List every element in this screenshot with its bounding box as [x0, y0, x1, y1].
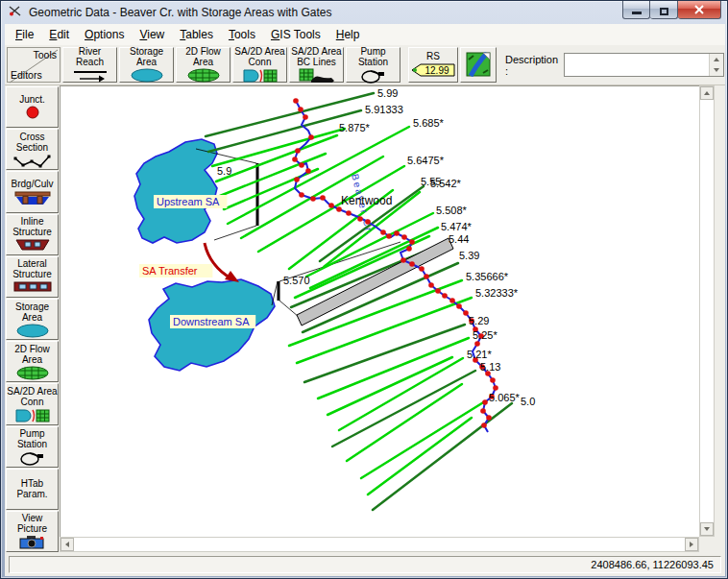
pump-station-label: PumpStation — [17, 428, 47, 449]
menu-gis-tools[interactable]: GIS Tools — [263, 26, 328, 44]
maximize-button[interactable] — [650, 1, 678, 19]
river-station-label: 5.474* — [441, 221, 473, 232]
junction-icon — [25, 106, 40, 120]
horizontal-scroll-track[interactable] — [74, 538, 685, 551]
scroll-down-button[interactable] — [700, 522, 714, 536]
scroll-left-button[interactable] — [61, 538, 74, 551]
river-station-label: 5.570 — [283, 275, 310, 286]
spinner-down-button[interactable] — [710, 65, 723, 77]
scroll-right-button[interactable] — [685, 538, 698, 551]
storage-area-upstream-sa[interactable] — [134, 139, 217, 243]
horizontal-scrollbar[interactable] — [60, 537, 699, 552]
toolbar-river-reach-button[interactable]: RiverReach — [62, 47, 117, 83]
toolbar-storage-area-button[interactable]: StorageArea — [119, 47, 174, 83]
vertical-scrollbar[interactable] — [699, 85, 715, 537]
storage-area-label: Upstream SA — [157, 196, 220, 207]
cross-section-line[interactable] — [304, 325, 465, 382]
river-station-label: 5.44 — [449, 233, 469, 245]
sa2d-conn-icon — [13, 408, 52, 422]
description-input[interactable] — [565, 54, 709, 76]
description-section: Description : ... — [498, 47, 728, 83]
river-schematic[interactable]: Beaver Cr.5.995.913335.875*5.685*5.6475*… — [61, 86, 698, 536]
toolbar-sa-2d-area-conn-button[interactable]: SA/2D AreaConn — [232, 47, 287, 83]
rs-tag-icon: 12.99 — [410, 62, 456, 79]
river-station-label: 5.13 — [480, 361, 500, 373]
sa-2d-area-conn-label: SA/2D AreaConn — [234, 46, 284, 67]
sa2d-conn-icon — [241, 68, 279, 84]
bridge-icon — [14, 190, 51, 205]
editors-sidebar: Junct.CrossSectionBrdg/CulvInlineStructu… — [5, 85, 60, 553]
menu-file[interactable]: File — [8, 26, 41, 44]
main-area: Junct.CrossSectionBrdg/CulvInlineStructu… — [5, 85, 725, 553]
river-station-label: 5.508* — [436, 205, 468, 216]
schematic-canvas[interactable]: Beaver Cr.5.995.913335.875*5.685*5.6475*… — [60, 85, 699, 537]
river-station-label: 5.065* — [489, 392, 521, 403]
2d-flow-area-label: 2D FlowArea — [185, 46, 221, 67]
interpolated-cross-section-line[interactable] — [339, 358, 463, 430]
close-icon — [693, 4, 705, 15]
app-icon — [8, 5, 23, 20]
menu-options[interactable]: Options — [77, 26, 132, 44]
close-button[interactable] — [678, 1, 721, 19]
svg-text:12.99: 12.99 — [425, 65, 449, 76]
sidebar-lateral-structure-button[interactable]: LateralStructure — [6, 256, 59, 298]
sidebar-junct-button[interactable]: Junct. — [6, 86, 59, 128]
inline-structure-icon — [14, 238, 51, 253]
river-station-label: 5.6475* — [407, 155, 445, 166]
geometric-data-window: Geometric Data - Beaver Cr. with Storage… — [0, 0, 728, 579]
spinner-up-button[interactable] — [710, 54, 723, 65]
toolbar-pump-station-button[interactable]: PumpStation — [346, 47, 400, 83]
tools-editors-cell: Tools Editors — [7, 47, 61, 83]
title-bar: Geometric Data - Beaver Cr. with Storage… — [1, 1, 727, 24]
pump-icon — [18, 450, 47, 465]
sidebar-cross-section-button[interactable]: CrossSection — [6, 129, 59, 170]
cross-section-line[interactable] — [332, 371, 475, 446]
river-station-label: 5.99 — [377, 87, 398, 99]
menu-bar: FileEditOptionsViewTablesToolsGIS ToolsH… — [5, 24, 725, 46]
tools-label: Tools — [33, 49, 57, 60]
toolbar-rs-button[interactable]: RS12.99 — [408, 47, 458, 83]
river-station-label: 5.39 — [459, 250, 479, 261]
description-spinner — [709, 54, 723, 76]
scroll-down-icon — [704, 527, 710, 531]
sidebar-2d-flow-area-button[interactable]: 2D FlowArea — [6, 341, 59, 382]
scroll-right-icon — [690, 542, 693, 547]
sa-transfer-label: SA Transfer — [142, 265, 198, 277]
river-station-label: 5.35666* — [466, 271, 509, 282]
cross-section-label: CrossSection — [16, 132, 48, 153]
inline-structure-label: InlineStructure — [12, 216, 52, 237]
sidebar-pump-station-button[interactable]: PumpStation — [6, 426, 59, 468]
scroll-up-button[interactable] — [700, 86, 714, 100]
minimize-button[interactable] — [622, 1, 650, 19]
menu-tables[interactable]: Tables — [172, 26, 221, 44]
toolbar-2d-flow-area-button[interactable]: 2D FlowArea — [176, 47, 231, 83]
menu-view[interactable]: View — [132, 26, 172, 44]
menu-edit[interactable]: Edit — [41, 26, 77, 44]
river-station-label: 5.25* — [473, 329, 497, 341]
flow-area-2d-icon — [15, 366, 50, 380]
interpolated-cross-section-line[interactable] — [212, 129, 345, 166]
toolbar-map-view-button[interactable] — [460, 47, 497, 83]
description-label: Description : — [505, 54, 559, 77]
menu-tools[interactable]: Tools — [221, 26, 263, 44]
storage-area-icon — [130, 68, 164, 84]
view-picture-label: ViewPicture — [17, 513, 47, 534]
river-reach-icon — [71, 68, 109, 84]
sidebar-sa-2d-area-conn-button[interactable]: SA/2D AreaConn — [6, 383, 59, 424]
interpolated-cross-section-line[interactable] — [347, 384, 462, 461]
lateral-structure-label: LateralStructure — [12, 258, 52, 279]
river-station-label: 5.21* — [467, 349, 492, 360]
lateral-structure-icon — [13, 280, 52, 295]
sidebar-brdg-culv-button[interactable]: Brdg/Culv — [6, 171, 59, 212]
interpolated-cross-section-line[interactable] — [368, 418, 472, 495]
toolbar-sa-2d-area-bc-lines-button[interactable]: SA/2D AreaBC Lines — [289, 47, 344, 83]
rs-label: RS — [426, 51, 440, 61]
sidebar-inline-structure-button[interactable]: InlineStructure — [6, 214, 59, 255]
sidebar-htab-param-button[interactable]: HTabParam. — [6, 469, 59, 510]
menu-help[interactable]: Help — [328, 26, 368, 44]
river-station-label: 5.875* — [339, 122, 371, 133]
window-title: Geometric Data - Beaver Cr. with Storage… — [29, 6, 331, 19]
sidebar-storage-area-button[interactable]: StorageArea — [6, 299, 59, 340]
sidebar-view-picture-button[interactable]: ViewPicture — [6, 511, 59, 552]
vertical-scroll-track[interactable] — [700, 100, 714, 522]
